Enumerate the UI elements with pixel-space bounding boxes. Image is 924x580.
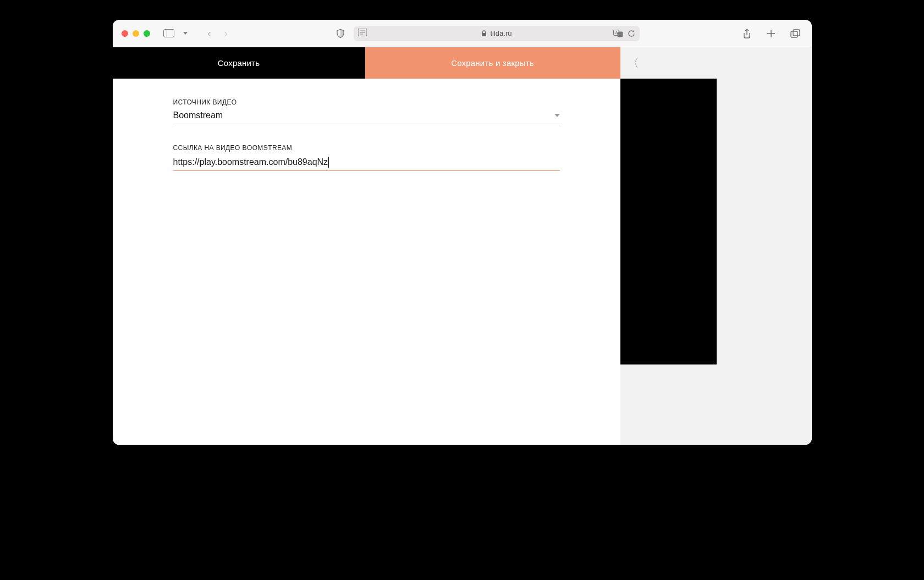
privacy-shield-button[interactable]: [333, 26, 348, 41]
settings-editor-panel: Сохранить Сохранить и закрыть ИСТОЧНИК В…: [113, 47, 620, 445]
video-link-input-wrap: https://play.boomstream.com/bu89aqNz: [173, 156, 560, 171]
svg-rect-8: [791, 31, 798, 37]
chevron-down-icon: [183, 32, 188, 35]
panel-back-button[interactable]: 〈: [627, 55, 639, 71]
editor-header: Сохранить Сохранить и закрыть: [113, 47, 620, 79]
fullscreen-window-button[interactable]: [144, 30, 150, 37]
video-source-select[interactable]: Boomstream: [173, 111, 560, 124]
share-button[interactable]: [739, 26, 755, 41]
new-tab-button[interactable]: [763, 26, 779, 41]
refresh-icon[interactable]: [628, 30, 635, 37]
minimize-window-button[interactable]: [133, 30, 139, 37]
address-bar[interactable]: tilda.ru A: [354, 26, 640, 41]
url-host-text: tilda.ru: [490, 29, 512, 37]
video-source-label: ИСТОЧНИК ВИДЕО: [173, 98, 560, 106]
sidebar-icon: [163, 29, 174, 37]
sidebar-toggle-button[interactable]: [161, 26, 177, 41]
forward-button[interactable]: ›: [218, 26, 234, 41]
tabs-icon: [790, 29, 800, 38]
nav-buttons: ‹ ›: [202, 26, 234, 41]
address-bar-area: tilda.ru A: [239, 26, 734, 41]
save-button[interactable]: Сохранить: [113, 47, 365, 79]
lock-icon: [481, 30, 487, 37]
show-tabs-button[interactable]: [788, 26, 803, 41]
page-content: 〈 Сохранить Сохранить и закрыть ИСТОЧНИК…: [113, 47, 812, 445]
browser-toolbar: ‹ › tilda.ru A: [113, 20, 812, 47]
url-display: tilda.ru: [481, 29, 512, 37]
preview-stage-backdrop: [620, 79, 717, 364]
editor-body: ИСТОЧНИК ВИДЕО Boomstream ССЫЛКА НА ВИДЕ…: [113, 79, 620, 445]
chevron-down-icon: [554, 114, 560, 117]
reader-icon: [358, 29, 367, 38]
window-controls: [122, 30, 150, 37]
address-bar-right-icons: A: [613, 30, 635, 37]
svg-rect-6: [618, 31, 623, 37]
svg-rect-9: [793, 30, 800, 36]
video-source-value: Boomstream: [173, 111, 223, 120]
text-caret: [328, 157, 329, 168]
save-button-label: Сохранить: [218, 58, 260, 68]
plus-icon: [767, 29, 776, 38]
svg-rect-4: [482, 33, 486, 36]
close-window-button[interactable]: [122, 30, 128, 37]
svg-text:A: A: [615, 31, 618, 35]
video-link-input[interactable]: [173, 156, 560, 171]
safari-window: ‹ › tilda.ru A: [113, 20, 812, 445]
video-link-label: ССЫЛКА НА ВИДЕО BOOMSTREAM: [173, 144, 560, 152]
back-button[interactable]: ‹: [202, 26, 217, 41]
video-source-field: ИСТОЧНИК ВИДЕО Boomstream: [173, 98, 560, 124]
translate-icon[interactable]: A: [613, 30, 623, 37]
share-icon: [743, 29, 751, 38]
sidebar-menu-button[interactable]: [178, 26, 193, 41]
video-link-field: ССЫЛКА НА ВИДЕО BOOMSTREAM https://play.…: [173, 144, 560, 171]
shield-icon: [336, 29, 345, 38]
sidebar-toggle-group: [161, 26, 193, 41]
toolbar-right: [739, 26, 803, 41]
save-and-close-button-label: Сохранить и закрыть: [451, 58, 534, 68]
save-and-close-button[interactable]: Сохранить и закрыть: [365, 47, 620, 79]
